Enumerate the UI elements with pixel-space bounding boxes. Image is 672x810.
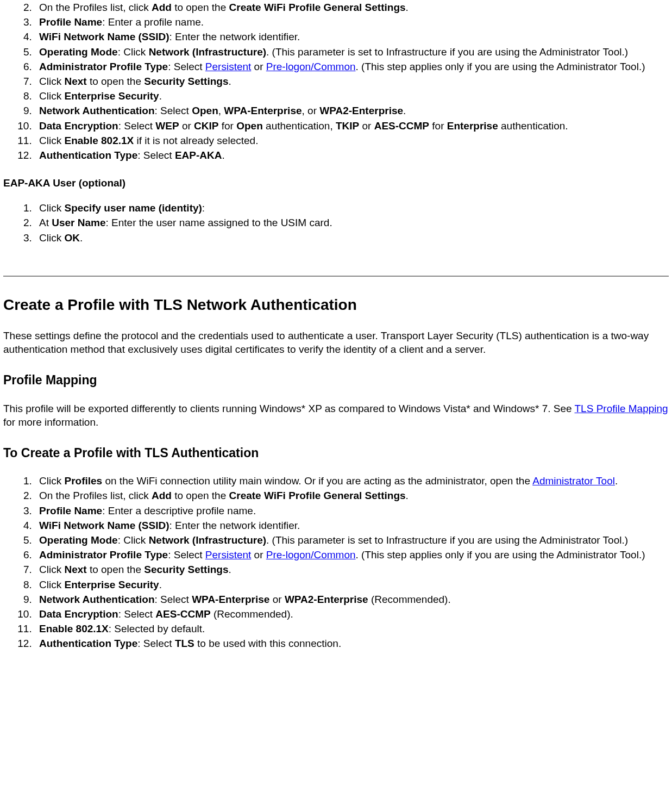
bold-text: Operating Mode [39,46,118,58]
list-item: Authentication Type: Select EAP-AKA. [35,149,669,163]
list-item: Click Next to open the Security Settings… [35,75,669,89]
list-item: Click Enterprise Security. [35,578,669,592]
list-item: Operating Mode: Click Network (Infrastru… [35,46,669,59]
bold-text: Create WiFi Profile General Settings [229,490,406,501]
bold-text: Profile Name [39,505,102,516]
bold-text: TLS [175,638,194,649]
bold-text: Open [192,105,218,116]
bold-text: Security Settings [144,564,228,575]
bold-text: WPA-Enterprise [192,594,269,605]
bold-text: Administrator Profile Type [39,61,168,72]
link[interactable]: Pre-logon/Common [266,61,356,72]
link[interactable]: Administrator Tool [532,475,615,487]
tls-heading: Create a Profile with TLS Network Authen… [3,295,669,315]
bold-text: CKIP [194,120,218,132]
bold-text: Administrator Profile Type [39,549,168,560]
list-item: On the Profiles list, click Add to open … [35,489,669,503]
bold-text: Data Encryption [39,120,118,132]
bold-text: Add [152,490,172,501]
bold-text: TKIP [336,120,359,132]
list-item: Operating Mode: Click Network (Infrastru… [35,534,669,547]
bold-text: Specify user name (identity) [64,202,202,214]
list-item: At User Name: Enter the user name assign… [35,216,669,230]
bold-text: OK [64,232,80,244]
bold-text: Enable 802.1X [64,135,134,146]
list-item: Click Specify user name (identity): [35,202,669,215]
link[interactable]: Persistent [205,61,251,72]
list-item: Data Encryption: Select AES-CCMP (Recomm… [35,608,669,621]
list-item: Administrator Profile Type: Select Persi… [35,60,669,74]
bold-text: AES-CCMP [155,608,210,620]
profile-mapping-paragraph: This profile will be exported differentl… [3,402,669,429]
tls-steps-list: Click Profiles on the WiFi connection ut… [3,475,669,651]
list-item: Network Authentication: Select Open, WPA… [35,104,669,118]
bold-text: WiFi Network Name (SSID) [39,520,169,531]
list-item: Click Enable 802.1X if it is not already… [35,134,669,148]
bold-text: Network (Infrastructure) [149,534,266,546]
bold-text: Network (Infrastructure) [149,46,266,58]
bold-text: Authentication Type [39,638,137,649]
list-item: Click Enterprise Security. [35,90,669,103]
list-item: WiFi Network Name (SSID): Enter the netw… [35,519,669,533]
list-item: Data Encryption: Select WEP or CKIP for … [35,120,669,133]
list-item: Authentication Type: Select TLS to be us… [35,637,669,651]
link[interactable]: Pre-logon/Common [266,549,356,560]
eap-aka-steps-list: On the Profiles list, click Add to open … [3,1,669,163]
text: for more information. [3,416,98,428]
bold-text: Operating Mode [39,534,118,546]
list-item: Profile Name: Enter a descriptive profil… [35,504,669,518]
list-item: Click Profiles on the WiFi connection ut… [35,475,669,488]
to-create-tls-profile-heading: To Create a Profile with TLS Authenticat… [3,445,669,462]
bold-text: Next [64,564,86,575]
bold-text: Enable 802.1X [39,623,109,634]
bold-text: Network Authentication [39,594,155,605]
list-item: WiFi Network Name (SSID): Enter the netw… [35,30,669,44]
list-item: Administrator Profile Type: Select Persi… [35,549,669,562]
link[interactable]: Persistent [205,549,251,560]
bold-text: Data Encryption [39,608,118,620]
bold-text: Add [152,2,172,13]
bold-text: WPA2-Enterprise [319,105,403,116]
bold-text: Next [64,76,86,87]
bold-text: WiFi Network Name (SSID) [39,31,169,42]
bold-text: Network Authentication [39,105,155,116]
tls-intro-paragraph: These settings define the protocol and t… [3,329,669,356]
list-item: Profile Name: Enter a profile name. [35,16,669,29]
list-item: Click OK. [35,232,669,245]
bold-text: Enterprise Security [64,579,159,590]
text: This profile will be exported differentl… [3,403,575,414]
bold-text: Enterprise [447,120,498,132]
list-item: Enable 802.1X: Selected by default. [35,622,669,636]
bold-text: Authentication Type [39,149,137,161]
bold-text: WPA-Enterprise [224,105,302,116]
bold-text: Open [236,120,263,132]
bold-text: Profile Name [39,16,102,28]
bold-text: WEP [155,120,179,132]
list-item: Click Next to open the Security Settings… [35,563,669,577]
bold-text: AES-CCMP [374,120,429,132]
bold-text: WPA2-Enterprise [285,594,368,605]
tls-profile-mapping-link[interactable]: TLS Profile Mapping [575,403,668,414]
bold-text: User Name [52,217,105,228]
eap-aka-user-heading: EAP-AKA User (optional) [3,177,669,190]
bold-text: Enterprise Security [64,90,159,102]
bold-text: Security Settings [144,76,228,87]
list-item: On the Profiles list, click Add to open … [35,1,669,15]
profile-mapping-heading: Profile Mapping [3,372,669,389]
bold-text: Profiles [64,475,102,487]
divider [3,276,669,277]
bold-text: Create WiFi Profile General Settings [229,2,406,13]
list-item: Network Authentication: Select WPA-Enter… [35,593,669,607]
eap-aka-user-steps-list: Click Specify user name (identity):At Us… [3,202,669,245]
bold-text: EAP-AKA [175,149,222,161]
